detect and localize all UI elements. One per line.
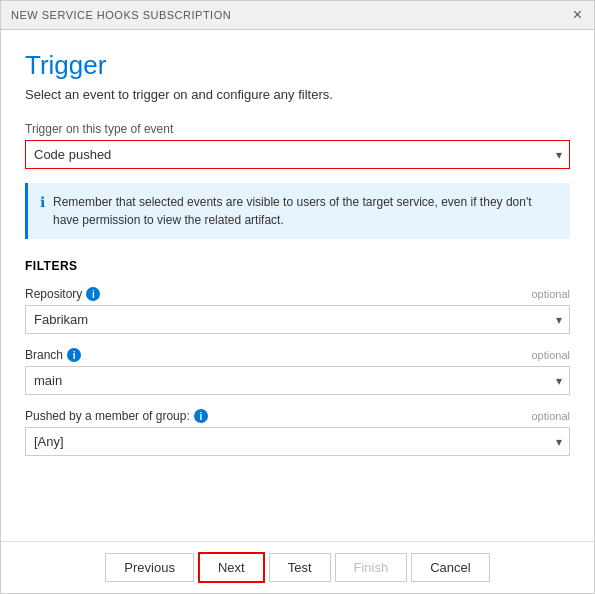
branch-select[interactable]: main — [25, 366, 570, 395]
titlebar: NEW SERVICE HOOKS SUBSCRIPTION × — [1, 1, 594, 30]
branch-select-wrapper: main ▾ — [25, 366, 570, 395]
info-box: ℹ Remember that selected events are visi… — [25, 183, 570, 239]
dialog-footer: Previous Next Test Finish Cancel — [1, 541, 594, 593]
info-text: Remember that selected events are visibl… — [53, 193, 558, 229]
previous-button[interactable]: Previous — [105, 553, 194, 582]
dialog-title: NEW SERVICE HOOKS SUBSCRIPTION — [11, 9, 231, 21]
branch-label-row: Branch i optional — [25, 348, 570, 362]
repository-optional: optional — [531, 288, 570, 300]
finish-button[interactable]: Finish — [335, 553, 408, 582]
test-button[interactable]: Test — [269, 553, 331, 582]
filters-heading: FILTERS — [25, 259, 570, 273]
repository-select-wrapper: Fabrikam ▾ — [25, 305, 570, 334]
repository-filter-row: Repository i optional Fabrikam ▾ — [25, 287, 570, 334]
info-icon: ℹ — [40, 194, 45, 210]
cancel-button[interactable]: Cancel — [411, 553, 489, 582]
branch-label: Branch i — [25, 348, 81, 362]
next-button[interactable]: Next — [198, 552, 265, 583]
dialog: NEW SERVICE HOOKS SUBSCRIPTION × Trigger… — [0, 0, 595, 594]
branch-info-icon[interactable]: i — [67, 348, 81, 362]
close-button[interactable]: × — [571, 7, 584, 23]
group-label-row: Pushed by a member of group: i optional — [25, 409, 570, 423]
dialog-body: Trigger Select an event to trigger on an… — [1, 30, 594, 541]
branch-optional: optional — [531, 349, 570, 361]
group-select[interactable]: [Any] — [25, 427, 570, 456]
page-title: Trigger — [25, 50, 570, 81]
repository-label: Repository i — [25, 287, 100, 301]
trigger-select-wrapper: Code pushed ▾ — [25, 140, 570, 169]
group-filter-row: Pushed by a member of group: i optional … — [25, 409, 570, 456]
page-subtitle: Select an event to trigger on and config… — [25, 87, 570, 102]
group-label: Pushed by a member of group: i — [25, 409, 208, 423]
group-info-icon[interactable]: i — [194, 409, 208, 423]
group-select-wrapper: [Any] ▾ — [25, 427, 570, 456]
repository-select[interactable]: Fabrikam — [25, 305, 570, 334]
repository-info-icon[interactable]: i — [86, 287, 100, 301]
group-optional: optional — [531, 410, 570, 422]
trigger-field-group: Trigger on this type of event Code pushe… — [25, 122, 570, 169]
trigger-select[interactable]: Code pushed — [25, 140, 570, 169]
repository-label-row: Repository i optional — [25, 287, 570, 301]
branch-filter-row: Branch i optional main ▾ — [25, 348, 570, 395]
trigger-label: Trigger on this type of event — [25, 122, 570, 136]
